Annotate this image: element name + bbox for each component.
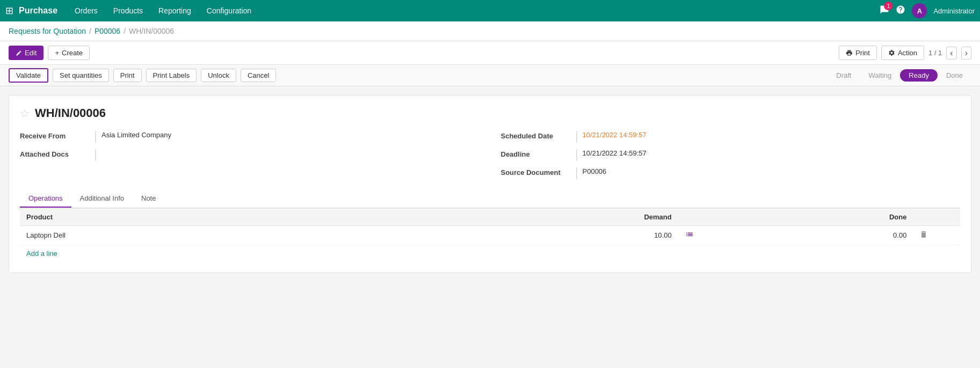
- attached-docs-row: Attached Docs: [20, 149, 480, 161]
- breadcrumb-current: WH/IN/00006: [129, 27, 174, 35]
- scheduled-date-row: Scheduled Date 10/21/2022 14:59:57: [501, 131, 961, 143]
- source-doc-row: Source Document P00006: [501, 167, 961, 179]
- unlock-button[interactable]: Unlock: [201, 69, 236, 82]
- nav-orders[interactable]: Orders: [68, 3, 104, 18]
- col-demand: Demand: [443, 209, 678, 226]
- nav-configuration[interactable]: Configuration: [200, 3, 258, 18]
- deadline-row: Deadline 10/21/2022 14:59:57: [501, 149, 961, 161]
- col-chart-header: [678, 209, 725, 226]
- scheduled-date-label: Scheduled Date: [501, 131, 571, 140]
- breadcrumb: Requests for Quotation / P00006 / WH/IN/…: [0, 21, 980, 41]
- operations-table: Product Demand Done Laptopn Dell 10.00: [20, 208, 960, 245]
- receive-from-label: Receive From: [20, 131, 90, 140]
- add-line-button[interactable]: Add a line: [20, 245, 960, 262]
- nav-products[interactable]: Products: [107, 3, 149, 18]
- receive-from-row: Receive From Asia Limited Company: [20, 131, 480, 143]
- demand-cell[interactable]: 10.00: [443, 226, 678, 245]
- next-arrow[interactable]: ›: [961, 47, 971, 60]
- main-nav: Orders Products Reporting Configuration: [68, 3, 258, 18]
- validate-button[interactable]: Validate: [9, 68, 48, 83]
- delete-cell[interactable]: [913, 226, 960, 245]
- delete-row-icon[interactable]: [919, 232, 928, 240]
- tab-additional-info[interactable]: Additional Info: [71, 190, 133, 208]
- toolbar: Edit + Create Print Action 1 / 1 ‹ ›: [0, 41, 980, 65]
- cancel-button[interactable]: Cancel: [241, 69, 276, 82]
- admin-name: Administrator: [933, 7, 975, 15]
- grid-icon[interactable]: ⊞: [5, 5, 13, 17]
- notifications-icon[interactable]: 1: [880, 5, 889, 17]
- scheduled-date-value[interactable]: 10/21/2022 14:59:57: [576, 131, 961, 143]
- attached-docs-label: Attached Docs: [20, 149, 90, 158]
- source-doc-label: Source Document: [501, 167, 571, 176]
- action-button[interactable]: Action: [881, 46, 924, 60]
- attached-docs-value[interactable]: [95, 149, 480, 161]
- source-doc-value[interactable]: P00006: [576, 167, 961, 179]
- help-icon[interactable]: [896, 5, 905, 17]
- edit-button[interactable]: Edit: [9, 46, 43, 60]
- fields-grid: Receive From Asia Limited Company Attach…: [20, 131, 960, 179]
- chart-cell[interactable]: [678, 226, 725, 245]
- print-plain-button[interactable]: Print: [113, 69, 142, 82]
- col-done: Done: [725, 209, 913, 226]
- status-done: Done: [938, 69, 971, 82]
- breadcrumb-rfq[interactable]: Requests for Quotation: [9, 27, 86, 35]
- prev-arrow[interactable]: ‹: [946, 47, 956, 60]
- favorite-star-icon[interactable]: ☆: [20, 107, 30, 120]
- tabs-bar: Operations Additional Info Note: [20, 190, 960, 208]
- deadline-label: Deadline: [501, 149, 571, 158]
- app-name: Purchase: [19, 6, 57, 16]
- tab-operations[interactable]: Operations: [20, 190, 71, 208]
- record-title: WH/IN/00006: [35, 106, 106, 120]
- col-action-header: [913, 209, 960, 226]
- status-ready: Ready: [900, 69, 938, 82]
- main-content: ☆ WH/IN/00006 Receive From Asia Limited …: [0, 86, 980, 282]
- breadcrumb-po[interactable]: P00006: [95, 27, 120, 35]
- print-button[interactable]: Print: [839, 46, 877, 60]
- status-waiting: Waiting: [860, 69, 900, 82]
- status-bar: Draft Waiting Ready Done: [827, 69, 971, 82]
- deadline-value[interactable]: 10/21/2022 14:59:57: [576, 149, 961, 161]
- tab-note[interactable]: Note: [133, 190, 164, 208]
- top-nav: ⊞ Purchase Orders Products Reporting Con…: [0, 0, 980, 21]
- avatar: A: [912, 3, 927, 18]
- pagination: 1 / 1 ‹ ›: [928, 47, 971, 60]
- set-quantities-button[interactable]: Set quantities: [53, 69, 109, 82]
- top-nav-right: 1 A Administrator: [880, 3, 975, 18]
- breadcrumb-sep2: /: [124, 27, 126, 35]
- status-draft: Draft: [827, 69, 860, 82]
- create-button[interactable]: + Create: [48, 46, 90, 60]
- col-product: Product: [20, 209, 443, 226]
- print-labels-button[interactable]: Print Labels: [146, 69, 197, 82]
- action-bar: Validate Set quantities Print Print Labe…: [0, 65, 980, 86]
- record-card: ☆ WH/IN/00006 Receive From Asia Limited …: [9, 95, 971, 273]
- chart-icon[interactable]: [685, 232, 694, 240]
- breadcrumb-sep1: /: [89, 27, 91, 35]
- receive-from-value[interactable]: Asia Limited Company: [95, 131, 480, 143]
- done-cell[interactable]: 0.00: [725, 226, 913, 245]
- table-row: Laptopn Dell 10.00 0.00: [20, 226, 960, 245]
- product-cell[interactable]: Laptopn Dell: [20, 226, 443, 245]
- record-title-row: ☆ WH/IN/00006: [20, 106, 960, 120]
- nav-reporting[interactable]: Reporting: [152, 3, 198, 18]
- notification-badge: 1: [884, 2, 892, 10]
